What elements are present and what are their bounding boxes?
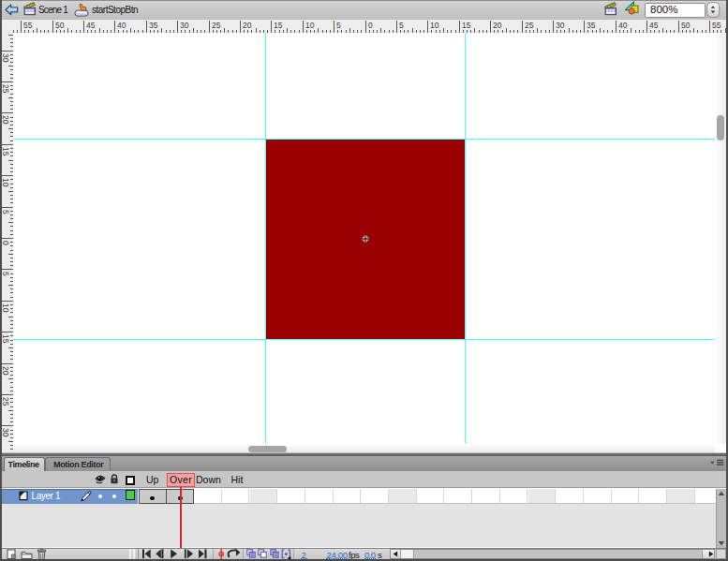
svg-text:25: 25	[525, 21, 534, 30]
svg-text:5: 5	[336, 21, 341, 30]
svg-text:50: 50	[681, 21, 691, 30]
svg-text:0: 0	[368, 21, 373, 30]
svg-text:5: 5	[1, 272, 10, 276]
svg-text:40: 40	[618, 21, 628, 30]
svg-text:25: 25	[212, 21, 221, 30]
svg-text:30: 30	[1, 428, 10, 437]
svg-text:50: 50	[55, 21, 65, 30]
svg-text:55: 55	[23, 21, 33, 30]
svg-text:30: 30	[556, 21, 565, 30]
svg-text:45: 45	[86, 21, 96, 30]
svg-text:10: 10	[1, 178, 10, 187]
svg-text:25: 25	[1, 397, 10, 406]
svg-text:55: 55	[712, 21, 721, 30]
svg-text:30: 30	[180, 21, 189, 30]
svg-text:5: 5	[1, 210, 10, 214]
svg-text:15: 15	[462, 21, 471, 30]
svg-text:35: 35	[149, 21, 158, 30]
svg-text:20: 20	[243, 21, 252, 30]
svg-text:15: 15	[1, 334, 10, 344]
svg-text:20: 20	[493, 21, 502, 30]
svg-text:10: 10	[1, 303, 10, 313]
svg-text:5: 5	[399, 21, 404, 30]
svg-text:0: 0	[1, 241, 10, 245]
svg-text:10: 10	[430, 21, 439, 30]
svg-text:40: 40	[117, 21, 126, 30]
svg-text:15: 15	[1, 147, 10, 156]
svg-text:10: 10	[305, 21, 315, 30]
svg-text:30: 30	[1, 53, 10, 63]
svg-text:20: 20	[1, 115, 10, 125]
svg-text:45: 45	[649, 21, 659, 30]
svg-text:20: 20	[1, 366, 10, 376]
svg-text:15: 15	[274, 21, 283, 30]
svg-text:35: 35	[587, 21, 596, 30]
svg-text:25: 25	[1, 84, 10, 94]
